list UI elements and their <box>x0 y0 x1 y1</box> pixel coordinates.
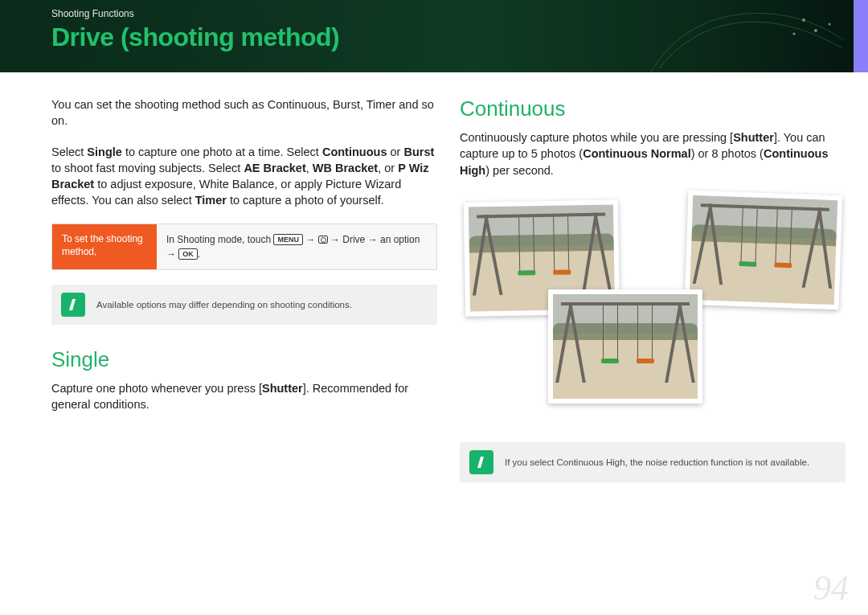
decorative-swirl <box>643 0 852 72</box>
instruction-label: To set the shooting method, <box>52 224 157 269</box>
note-text-1: Available options may differ depending o… <box>96 298 352 311</box>
single-body: Capture one photo whenever you press [Sh… <box>51 380 437 413</box>
camera-icon <box>318 236 328 244</box>
single-heading: Single <box>51 347 437 372</box>
intro-paragraph-2: Select Single to capture one photo at a … <box>51 144 437 209</box>
instruction-body: In Shooting mode, touch MENU → → Drive →… <box>157 224 436 269</box>
sample-photo-stack <box>460 193 845 434</box>
svg-point-3 <box>828 23 830 25</box>
note-box-1: Available options may differ depending o… <box>51 285 437 325</box>
content-area: You can set the shooting method such as … <box>0 72 868 505</box>
svg-point-2 <box>792 32 795 35</box>
instruction-callout: To set the shooting method, In Shooting … <box>51 223 437 270</box>
page-header: Shooting Functions Drive (shooting metho… <box>0 0 868 72</box>
side-tab <box>854 0 868 72</box>
continuous-heading: Continuous <box>460 96 845 121</box>
note-text-2: If you select Continuous High, the noise… <box>505 456 809 469</box>
intro-paragraph-1: You can set the shooting method such as … <box>51 96 437 129</box>
ok-key-icon: OK <box>178 248 198 260</box>
menu-key-icon: MENU <box>273 234 303 245</box>
pen-icon <box>469 450 493 474</box>
sample-photo-2 <box>685 191 843 310</box>
sample-photo-3 <box>548 289 702 404</box>
svg-point-1 <box>814 29 817 32</box>
page-number: 94 <box>813 568 849 609</box>
left-column: You can set the shooting method such as … <box>51 96 437 505</box>
right-column: Continuous Continuously capture photos w… <box>460 96 845 505</box>
svg-point-0 <box>802 18 805 22</box>
pen-icon <box>61 293 85 317</box>
note-box-2: If you select Continuous High, the noise… <box>460 442 845 482</box>
continuous-body: Continuously capture photos while you ar… <box>460 129 845 178</box>
